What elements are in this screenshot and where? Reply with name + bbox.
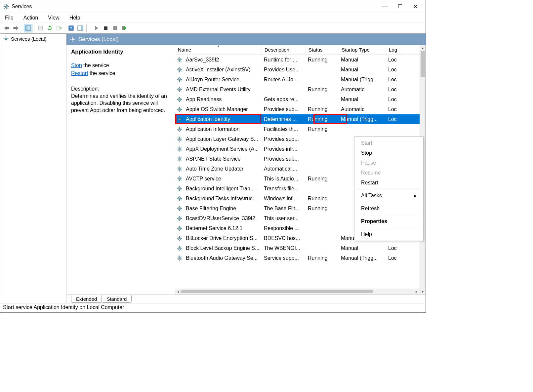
context-menu: Start Stop Pause Resume Restart All Task… <box>354 137 424 241</box>
ctx-refresh[interactable]: Refresh <box>354 204 423 214</box>
tab-standard[interactable]: Standard <box>102 295 132 303</box>
help-button[interactable]: ? <box>67 24 75 32</box>
menu-action[interactable]: Action <box>21 14 40 21</box>
ctx-restart[interactable]: Restart <box>354 178 423 188</box>
ctx-all-tasks[interactable]: All Tasks▶ <box>354 191 423 201</box>
back-button[interactable] <box>2 24 11 32</box>
svg-rect-21 <box>113 26 115 30</box>
column-description[interactable]: Description <box>262 45 306 55</box>
table-row[interactable]: AllJoyn Router ServiceRoutes AllJo...Man… <box>175 75 420 85</box>
svg-line-131 <box>178 160 179 161</box>
cell-description <box>262 89 306 90</box>
svg-line-185 <box>178 219 179 220</box>
svg-line-139 <box>181 170 181 171</box>
table-row[interactable]: AarSvc_339f2Runtime for ...RunningManual… <box>175 55 420 65</box>
svg-line-156 <box>178 187 179 188</box>
svg-point-61 <box>179 89 181 91</box>
svg-line-95 <box>178 120 179 121</box>
cell-name: AarSvc_339f2 <box>184 56 262 63</box>
cell-description: Gets apps re... <box>262 96 306 103</box>
column-startup-type[interactable]: Startup Type <box>339 45 386 55</box>
svg-line-204 <box>181 237 181 237</box>
refresh-button[interactable] <box>45 24 54 32</box>
properties-button[interactable] <box>36 24 45 32</box>
minimize-button[interactable]: — <box>377 2 392 12</box>
menu-help[interactable]: Help <box>67 14 82 21</box>
restart-service-link[interactable]: Restart <box>71 70 88 76</box>
cell-description: Provides sup... <box>262 136 306 143</box>
svg-point-142 <box>179 178 181 180</box>
stop-service-link[interactable]: Stop <box>71 62 82 68</box>
table-row[interactable]: App ReadinessGets apps re...ManualLoc <box>175 95 420 104</box>
svg-line-58 <box>181 81 181 81</box>
start-service-button[interactable] <box>92 24 101 32</box>
export-button[interactable] <box>55 24 63 32</box>
services-icon <box>3 3 10 10</box>
cell-status: Running <box>306 86 339 93</box>
cell-description: Service supp... <box>262 255 306 262</box>
svg-line-5 <box>4 5 5 6</box>
svg-line-177 <box>181 207 181 208</box>
menu-view[interactable]: View <box>46 14 61 21</box>
svg-point-133 <box>179 168 181 170</box>
stop-service-button[interactable] <box>102 24 110 32</box>
tree-root-item[interactable]: Services (Local) <box>2 35 65 42</box>
menu-file[interactable]: File <box>3 14 16 21</box>
svg-line-121 <box>181 150 181 151</box>
svg-point-79 <box>179 108 181 110</box>
table-row[interactable]: Bluetooth Audio Gateway Se...Service sup… <box>175 253 420 263</box>
svg-line-85 <box>181 110 181 111</box>
cell-status <box>306 158 339 160</box>
svg-line-157 <box>181 190 181 190</box>
ctx-stop[interactable]: Stop <box>354 148 423 158</box>
pause-service-button[interactable] <box>111 24 119 32</box>
cell-name: ASP.NET State Service <box>184 155 262 163</box>
restart-service-button[interactable] <box>120 24 129 32</box>
svg-line-168 <box>181 197 181 198</box>
table-row[interactable]: ActiveX Installer (AxInstSV)Provides Use… <box>175 65 420 75</box>
ctx-properties[interactable]: Properties <box>354 216 423 226</box>
svg-line-50 <box>178 71 179 71</box>
cell-status: Running <box>306 255 339 262</box>
show-hide-tree-button[interactable] <box>24 24 32 32</box>
svg-line-75 <box>178 98 179 98</box>
table-row[interactable]: Application IdentityDetermines ...Runnin… <box>175 114 420 124</box>
svg-line-76 <box>181 100 181 101</box>
svg-line-40 <box>181 61 181 61</box>
tab-extended[interactable]: Extended <box>71 295 102 303</box>
cell-status <box>306 69 339 70</box>
column-name[interactable]: ▲ Name <box>175 45 262 55</box>
status-text: Start service Application Identity on Lo… <box>3 304 124 310</box>
forward-button[interactable] <box>12 24 20 32</box>
table-row[interactable]: Block Level Backup Engine S...The WBENGI… <box>175 243 420 253</box>
svg-line-104 <box>178 130 179 131</box>
cell-name: AVCTP service <box>184 175 262 182</box>
detail-title: Application Identity <box>71 48 170 56</box>
svg-line-202 <box>181 239 181 240</box>
ctx-help[interactable]: Help <box>354 229 423 239</box>
column-logon[interactable]: Log <box>386 45 401 55</box>
cell-logon: Loc <box>386 245 401 252</box>
svg-rect-20 <box>104 26 107 30</box>
svg-point-97 <box>179 128 181 130</box>
cell-startup: Manual <box>339 66 386 73</box>
svg-line-140 <box>178 170 179 171</box>
table-row[interactable]: AMD External Events UtilityRunningAutoma… <box>175 85 420 95</box>
cell-description: Provides sup... <box>262 106 306 113</box>
cell-logon: Loc <box>386 56 401 63</box>
svg-line-167 <box>178 200 179 200</box>
svg-line-87 <box>181 108 181 108</box>
table-row[interactable]: Apple OS Switch ManagerProvides sup...Ru… <box>175 104 420 114</box>
horizontal-scrollbar[interactable]: ◄ ► <box>175 289 420 294</box>
svg-line-102 <box>178 128 179 128</box>
maximize-button[interactable]: ☐ <box>392 2 408 12</box>
show-hide-action-pane-button[interactable] <box>76 24 85 32</box>
svg-line-211 <box>181 249 181 250</box>
gear-icon <box>175 126 184 132</box>
table-row[interactable]: Application InformationFacilitates th...… <box>175 124 420 134</box>
svg-point-151 <box>179 188 181 190</box>
svg-line-49 <box>181 71 181 71</box>
close-button[interactable]: ✕ <box>408 2 423 12</box>
column-status[interactable]: Status <box>306 45 339 55</box>
ctx-start: Start <box>354 138 423 148</box>
